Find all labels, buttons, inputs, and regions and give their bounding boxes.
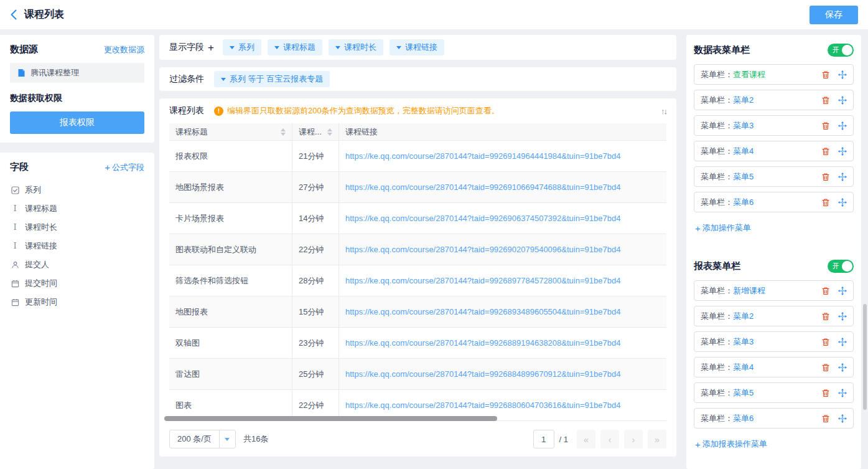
trash-icon[interactable] <box>821 312 830 321</box>
cell-course-link[interactable]: https://ke.qq.com/course/2870144?taid=99… <box>339 359 666 389</box>
move-icon[interactable] <box>838 287 847 295</box>
trash-icon[interactable] <box>821 96 830 105</box>
content: 数据源 更改数据源 腾讯课程整理 数据获取权限 报表权限 字段 +公式字段 <box>0 30 868 469</box>
move-icon[interactable] <box>838 70 847 79</box>
table-row: 雷达图 25分钟 https://ke.qq.com/course/287014… <box>169 359 666 390</box>
text-icon: I <box>10 242 20 250</box>
save-button[interactable]: 保存 <box>810 6 858 24</box>
report-menu-toggle[interactable]: 开 <box>828 260 854 273</box>
cell-course-link[interactable]: https://ke.qq.com/course/2870144?taid=99… <box>339 265 666 296</box>
vertical-scrollbar[interactable] <box>863 304 867 410</box>
field-item-course-link[interactable]: I 课程链接 <box>10 237 144 255</box>
move-icon[interactable] <box>838 198 847 207</box>
trash-icon[interactable] <box>821 70 830 79</box>
move-icon[interactable] <box>838 312 847 321</box>
field-chip[interactable]: 课程时长 <box>329 39 383 55</box>
move-icon[interactable] <box>838 363 847 372</box>
move-icon[interactable] <box>838 414 847 423</box>
menu-value[interactable]: 菜单6 <box>733 197 754 207</box>
cell-course-title: 地图场景报表 <box>169 172 292 202</box>
cell-course-link[interactable]: https://ke.qq.com/course/2870144?taid=99… <box>339 296 666 327</box>
field-item-submit-time[interactable]: 提交时间 <box>10 274 144 293</box>
move-icon[interactable] <box>838 96 847 105</box>
add-menu-link[interactable]: +添加操作菜单 <box>695 222 751 234</box>
field-item-submitter[interactable]: 提交人 <box>10 255 144 274</box>
menu-value[interactable]: 菜单6 <box>733 414 754 423</box>
trash-icon[interactable] <box>821 198 830 207</box>
datasource-card: 数据源 更改数据源 腾讯课程整理 数据获取权限 报表权限 <box>0 35 154 143</box>
prev-page-button[interactable]: ‹ <box>600 430 619 448</box>
top-bar: 课程列表 保存 <box>0 0 868 30</box>
trash-icon[interactable] <box>821 173 830 181</box>
menu-value[interactable]: 菜单4 <box>733 146 754 156</box>
field-item-series[interactable]: 系列 <box>10 181 144 199</box>
display-fields-label: 显示字段 <box>169 42 204 53</box>
column-header-course-duration[interactable]: 课程... <box>292 123 339 140</box>
next-page-button[interactable]: › <box>624 430 643 448</box>
cell-course-link[interactable]: https://ke.qq.com/course/2870144?taid=99… <box>339 203 666 234</box>
menu-value[interactable]: 菜单5 <box>733 172 754 181</box>
trash-icon[interactable] <box>821 363 830 372</box>
menu-item: 菜单栏：菜单4 <box>694 357 854 377</box>
table-row: 地图场景报表 27分钟 https://ke.qq.com/course/287… <box>169 172 666 203</box>
menu-value[interactable]: 菜单4 <box>733 362 754 372</box>
menu-value[interactable]: 菜单2 <box>733 311 754 321</box>
menu-value[interactable]: 新增课程 <box>733 286 765 295</box>
datasource-title: 数据源 <box>10 44 38 55</box>
cell-course-link[interactable]: https://ke.qq.com/course/2870144?taid=99… <box>339 172 666 202</box>
last-page-button[interactable]: » <box>648 430 666 448</box>
add-report-menu-link[interactable]: +添加报表操作菜单 <box>695 438 767 450</box>
first-page-button[interactable]: « <box>577 430 595 448</box>
menu-value[interactable]: 菜单5 <box>733 388 754 397</box>
sort-carets-icon[interactable] <box>327 128 332 136</box>
move-icon[interactable] <box>838 338 847 346</box>
datatable-menu-section: 数据表菜单栏 开 菜单栏：查看课程 菜单栏：菜单2 菜单栏：菜单3 <box>694 44 854 234</box>
report-permission-button[interactable]: 报表权限 <box>10 111 144 134</box>
cell-course-link[interactable]: https://ke.qq.com/course/2870144?taid=99… <box>339 234 666 265</box>
page-number-input[interactable]: 1 <box>533 430 554 448</box>
trash-icon[interactable] <box>821 389 830 397</box>
change-datasource-link[interactable]: 更改数据源 <box>104 44 144 55</box>
series-icon <box>10 186 20 194</box>
field-item-course-title[interactable]: I 课程标题 <box>10 199 144 218</box>
trash-icon[interactable] <box>821 338 830 346</box>
column-header-course-title[interactable]: 课程标题 <box>169 123 292 140</box>
datatable-menu-toggle[interactable]: 开 <box>828 44 854 57</box>
cell-course-link[interactable]: https://ke.qq.com/course/2870144?taid=99… <box>339 328 666 358</box>
field-item-update-time[interactable]: 更新时间 <box>10 293 144 311</box>
field-chip[interactable]: 系列 <box>223 39 261 55</box>
calendar-icon <box>10 298 20 306</box>
select-caret-box[interactable] <box>219 430 235 448</box>
trash-icon[interactable] <box>821 121 830 130</box>
menu-value[interactable]: 菜单3 <box>733 121 754 130</box>
trash-icon[interactable] <box>821 414 830 423</box>
add-display-field-button[interactable]: + <box>208 42 214 53</box>
trash-icon[interactable] <box>821 287 830 295</box>
menu-item: 菜单栏：菜单6 <box>694 192 854 212</box>
move-icon[interactable] <box>838 121 847 130</box>
datasource-item[interactable]: 腾讯课程整理 <box>10 63 144 83</box>
field-item-course-duration[interactable]: I 课程时长 <box>10 218 144 237</box>
filter-chip[interactable]: 系列 等于 百宝云报表专题 <box>214 71 330 87</box>
field-chip[interactable]: 课程链接 <box>390 39 444 55</box>
display-fields-card: 显示字段 + 系列 课程标题 课程时长 课程链接 <box>159 35 676 60</box>
cell-duration: 14分钟 <box>292 203 339 234</box>
formula-field-link[interactable]: +公式字段 <box>105 162 144 173</box>
back-button[interactable] <box>10 9 17 20</box>
menu-value[interactable]: 查看课程 <box>733 70 765 79</box>
sort-order-icon[interactable]: ↑↓ <box>661 107 666 116</box>
page-size-select[interactable]: 200 条/页 <box>169 430 236 448</box>
field-label: 课程标题 <box>25 203 57 214</box>
trash-icon[interactable] <box>821 147 830 156</box>
field-chip[interactable]: 课程标题 <box>268 39 322 55</box>
move-icon[interactable] <box>838 173 847 181</box>
menu-item-label: 菜单栏：菜单3 <box>701 336 821 348</box>
menu-value[interactable]: 菜单2 <box>733 95 754 105</box>
move-icon[interactable] <box>838 389 847 397</box>
horizontal-scrollbar[interactable] <box>164 416 497 421</box>
menu-value[interactable]: 菜单3 <box>733 337 754 346</box>
table-row: 报表权限 21分钟 https://ke.qq.com/course/28701… <box>169 141 666 172</box>
move-icon[interactable] <box>838 147 847 156</box>
cell-course-link[interactable]: https://ke.qq.com/course/2870144?taid=99… <box>339 141 666 171</box>
sort-carets-icon[interactable] <box>281 128 286 136</box>
